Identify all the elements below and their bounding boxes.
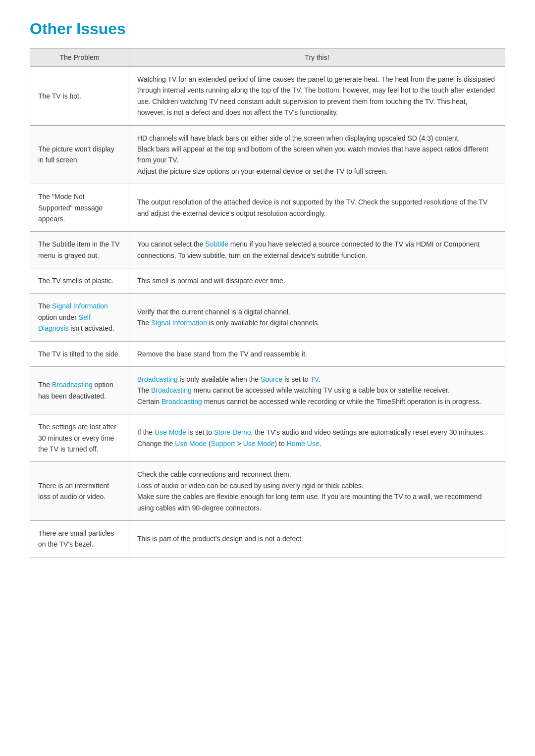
problem-cell: The Signal Information option under Self… [30, 294, 129, 341]
col-problem-header: The Problem [30, 49, 129, 67]
table-row: The TV is tilted to the side.Remove the … [30, 341, 505, 366]
problem-cell: The TV is tilted to the side. [30, 341, 129, 366]
table-row: The TV smells of plastic.This smell is n… [30, 268, 505, 294]
table-row: The Subtitle item in the TV menu is gray… [30, 232, 505, 268]
table-row: The picture won't display in full screen… [30, 125, 505, 184]
col-solution-header: Try this! [129, 49, 505, 67]
table-row: The TV is hot.Watching TV for an extende… [30, 67, 505, 126]
solution-cell: This is part of the product's design and… [129, 520, 505, 557]
solution-cell: Verify that the current channel is a dig… [129, 294, 505, 341]
problem-cell: The TV smells of plastic. [30, 268, 129, 294]
solution-cell: Remove the base stand from the TV and re… [129, 341, 505, 366]
table-row: The Broadcasting option has been deactiv… [30, 367, 505, 414]
table-row: There are small particles on the TV's be… [30, 520, 505, 557]
solution-cell: Watching TV for an extended period of ti… [129, 67, 505, 126]
problem-cell: The settings are lost after 30 minutes o… [30, 414, 129, 462]
problem-cell: The Broadcasting option has been deactiv… [30, 367, 129, 414]
problem-cell: The picture won't display in full screen… [30, 125, 129, 184]
problem-cell: The Subtitle item in the TV menu is gray… [30, 232, 129, 268]
issues-table: The Problem Try this! The TV is hot.Watc… [30, 48, 505, 557]
table-row: The "Mode Not Supported" message appears… [30, 184, 505, 232]
solution-cell: This smell is normal and will dissipate … [129, 268, 505, 294]
table-row: There is an intermittent loss of audio o… [30, 462, 505, 521]
table-row: The Signal Information option under Self… [30, 294, 505, 341]
solution-cell: Broadcasting is only available when the … [129, 367, 505, 414]
solution-cell: You cannot select the Subtitle menu if y… [129, 232, 505, 268]
problem-cell: There is an intermittent loss of audio o… [30, 462, 129, 521]
problem-cell: There are small particles on the TV's be… [30, 520, 129, 557]
solution-cell: Check the cable connections and reconnec… [129, 462, 505, 521]
table-row: The settings are lost after 30 minutes o… [30, 414, 505, 462]
solution-cell: The output resolution of the attached de… [129, 184, 505, 232]
problem-cell: The TV is hot. [30, 67, 129, 126]
problem-cell: The "Mode Not Supported" message appears… [30, 184, 129, 232]
solution-cell: If the Use Mode is set to Store Demo, th… [129, 414, 505, 462]
solution-cell: HD channels will have black bars on eith… [129, 125, 505, 184]
page-title: Other Issues [30, 20, 505, 38]
